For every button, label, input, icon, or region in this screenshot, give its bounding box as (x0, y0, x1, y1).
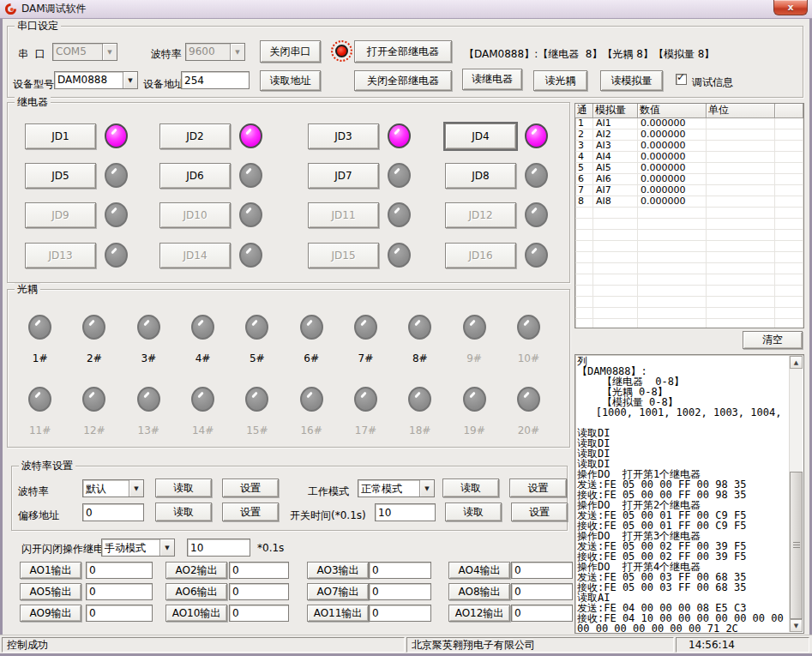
ao-output-button-2[interactable]: AO2输出 (165, 562, 227, 579)
table-row[interactable] (575, 297, 803, 308)
table-row[interactable]: 3AI30.000000 (575, 141, 803, 152)
opto-cell: 20# (502, 374, 556, 446)
debug-info-checkbox[interactable]: ✓ (676, 74, 687, 85)
opto-label: 5# (250, 352, 265, 364)
work-mode-set-button[interactable]: 设置 (509, 478, 567, 497)
relay-button-jd15[interactable]: JD15 (308, 243, 379, 268)
offset-read-button[interactable]: 读取 (155, 503, 212, 521)
opto-led-11-off-icon (28, 387, 51, 412)
table-row[interactable] (575, 286, 803, 297)
relay-button-jd3[interactable]: JD3 (308, 123, 379, 149)
close-all-relays-button[interactable]: 关闭全部继电器 (354, 70, 452, 91)
relay-button-jd14[interactable]: JD14 (159, 243, 231, 268)
switch-time-set-button[interactable]: 设置 (511, 503, 568, 521)
window-frame-left (0, 19, 3, 656)
read-address-button[interactable]: 读取地址 (260, 70, 321, 91)
log-scrollbar[interactable]: ▲ ▼ (789, 356, 803, 632)
flash-mode-select[interactable]: 手动模式 ▼ (101, 539, 175, 557)
relay-button-jd5[interactable]: JD5 (25, 163, 96, 189)
ao-output-button-10[interactable]: AO10输出 (165, 605, 227, 622)
table-row[interactable]: 8AI80.000000 (575, 196, 803, 208)
relay-button-jd2[interactable]: JD2 (159, 123, 231, 149)
table-row[interactable] (575, 252, 803, 263)
baud-set-button[interactable]: 设置 (222, 478, 279, 497)
table-row[interactable] (575, 230, 803, 241)
relay-button-jd12[interactable]: JD12 (445, 202, 516, 228)
ao-output-input-4[interactable] (511, 562, 573, 579)
ao-output-button-5[interactable]: AO5输出 (20, 583, 81, 600)
relay-button-jd11[interactable]: JD11 (308, 202, 379, 228)
ao-output-button-11[interactable]: AO11输出 (307, 605, 369, 622)
baud-read-button[interactable]: 读取 (155, 478, 212, 497)
ao-output-input-6[interactable] (229, 583, 289, 600)
relay-button-jd10[interactable]: JD10 (159, 202, 231, 228)
table-row[interactable] (575, 319, 803, 328)
ao-output-button-9[interactable]: AO9输出 (20, 605, 81, 622)
table-row[interactable]: 2AI20.000000 (575, 129, 803, 141)
scroll-down-icon[interactable]: ▼ (790, 619, 803, 632)
log-text[interactable]: 列【DAM0888】: 【继电器 0-8】 【光耦 0-8】 【模拟量 0-8】… (577, 356, 788, 632)
log-line: 00 00 00 00 00 00 00 71 2C (577, 623, 788, 632)
table-row[interactable]: 4AI40.000000 (575, 152, 803, 163)
open-all-relays-button[interactable]: 打开全部继电器 (354, 40, 452, 63)
baud-select[interactable]: 9600 ▼ (185, 43, 245, 61)
work-mode-select[interactable]: 正常模式 ▼ (358, 479, 435, 497)
switch-time-read-button[interactable]: 读取 (445, 503, 502, 521)
table-row[interactable]: 5AI50.000000 (575, 163, 803, 174)
close-serial-button[interactable]: 关闭串口 (260, 40, 321, 63)
relay-button-jd13[interactable]: JD13 (25, 243, 96, 268)
table-row[interactable]: 6AI60.000000 (575, 174, 803, 185)
relay-button-jd16[interactable]: JD16 (445, 243, 516, 268)
ao-output-input-9[interactable] (86, 605, 153, 622)
relay-button-jd4[interactable]: JD4 (445, 123, 516, 149)
offset-address-input[interactable] (82, 503, 144, 521)
table-row[interactable] (575, 208, 803, 219)
ao-output-input-3[interactable] (369, 562, 431, 579)
ao-output-input-2[interactable] (229, 562, 289, 579)
opto-cell: 17# (339, 374, 393, 446)
ao-output-button-3[interactable]: AO3输出 (307, 562, 369, 579)
table-row[interactable] (575, 308, 803, 319)
device-address-input[interactable] (181, 71, 250, 89)
ao-output-button-8[interactable]: AO8输出 (448, 583, 510, 600)
read-analog-button[interactable]: 读模拟量 (600, 70, 663, 91)
relay-button-jd1[interactable]: JD1 (25, 123, 96, 149)
ao-output-input-5[interactable] (86, 583, 153, 600)
ao-output-input-11[interactable] (369, 605, 431, 622)
ao-output-button-12[interactable]: AO12输出 (448, 605, 510, 622)
ao-output-button-7[interactable]: AO7输出 (307, 583, 369, 600)
scroll-up-icon[interactable]: ▲ (790, 356, 803, 369)
device-model-select[interactable]: DAM0888 ▼ (54, 71, 138, 89)
opto-label: 16# (300, 424, 322, 436)
table-row[interactable] (575, 263, 803, 274)
ao-output-button-6[interactable]: AO6输出 (165, 583, 227, 600)
ao-output-input-12[interactable] (511, 605, 573, 622)
opto-led-19-off-icon (463, 387, 486, 412)
clear-button[interactable]: 清空 (743, 331, 803, 349)
port-select[interactable]: COM5 ▼ (52, 43, 117, 61)
relay-button-jd7[interactable]: JD7 (308, 163, 379, 189)
table-row[interactable]: 7AI70.000000 (575, 185, 803, 196)
ao-output-input-1[interactable] (86, 562, 153, 579)
switch-time-input[interactable] (375, 503, 436, 521)
ao-output-input-7[interactable] (369, 583, 431, 600)
scrollbar-thumb[interactable] (790, 472, 803, 619)
relay-button-jd8[interactable]: JD8 (445, 163, 516, 189)
ao-output-button-1[interactable]: AO1输出 (20, 562, 81, 579)
ao-output-input-8[interactable] (511, 583, 573, 600)
read-opto-button[interactable]: 读光耦 (533, 70, 587, 91)
ao-output-button-4[interactable]: AO4输出 (448, 562, 510, 579)
table-row[interactable] (575, 241, 803, 252)
work-mode-read-button[interactable]: 读取 (442, 478, 499, 497)
ao-output-input-10[interactable] (229, 605, 289, 622)
close-button[interactable]: x (773, 0, 808, 15)
baud-setting-select[interactable]: 默认 ▼ (82, 479, 144, 497)
relay-button-jd9[interactable]: JD9 (25, 202, 96, 228)
read-relay-button[interactable]: 读继电器 (462, 69, 522, 90)
table-row[interactable] (575, 274, 803, 286)
flash-time-input[interactable] (187, 539, 250, 557)
relay-button-jd6[interactable]: JD6 (159, 163, 231, 189)
table-row[interactable]: 1AI10.000000 (575, 118, 803, 129)
offset-set-button[interactable]: 设置 (222, 503, 279, 521)
table-row[interactable] (575, 219, 803, 230)
